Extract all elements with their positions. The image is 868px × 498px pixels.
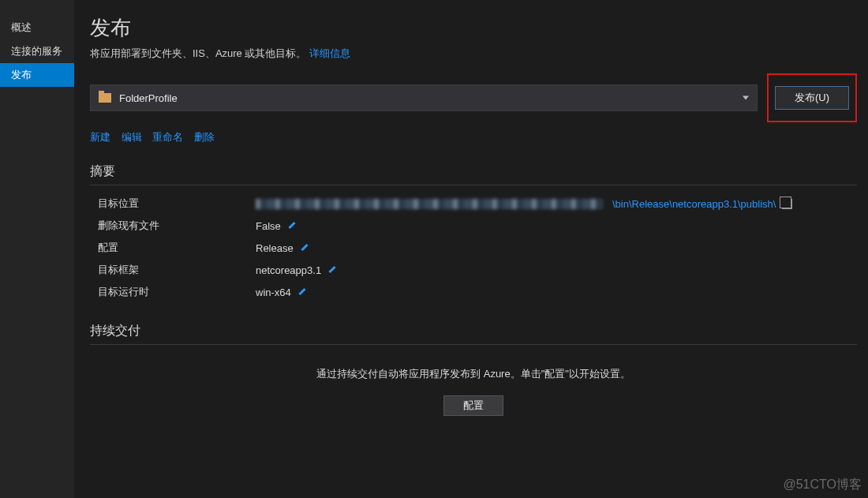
pencil-icon[interactable]	[287, 221, 297, 230]
main-panel: 发布 将应用部署到文件夹、IIS、Azure 或其他目标。 详细信息 Folde…	[74, 0, 868, 498]
configure-button[interactable]: 配置	[443, 395, 503, 416]
pencil-icon[interactable]	[327, 265, 337, 275]
summary-row-delete-existing: 删除现有文件 False	[98, 219, 857, 233]
continuous-delivery-heading: 持续交付	[90, 323, 857, 345]
profile-selected-label: FolderProfile	[119, 92, 178, 104]
profile-actions: 新建 编辑 重命名 删除	[90, 130, 857, 144]
copy-icon[interactable]	[782, 199, 792, 209]
summary-row-configuration: 配置 Release	[98, 241, 857, 255]
sidebar-item-overview[interactable]: 概述	[0, 16, 74, 39]
page-description: 将应用部署到文件夹、IIS、Azure 或其他目标。	[90, 47, 306, 59]
sidebar: 概述 连接的服务 发布	[0, 0, 74, 498]
publish-button[interactable]: 发布(U)	[775, 86, 849, 110]
continuous-delivery-description: 通过持续交付自动将应用程序发布到 Azure。单击"配置"以开始设置。	[90, 367, 857, 381]
edit-profile-link[interactable]: 编辑	[122, 131, 142, 143]
configuration-value: Release	[256, 242, 294, 254]
summary-row-target-runtime: 目标运行时 win-x64	[98, 285, 857, 299]
watermark: @51CTO博客	[783, 477, 862, 493]
summary-heading: 摘要	[90, 163, 857, 185]
summary-label: 目标运行时	[98, 285, 256, 299]
delete-existing-value: False	[256, 220, 281, 232]
redacted-path	[256, 199, 603, 209]
publish-highlight-box: 发布(U)	[767, 73, 857, 122]
delete-profile-link[interactable]: 删除	[194, 131, 215, 143]
pencil-icon[interactable]	[300, 243, 309, 253]
sidebar-item-connected-services[interactable]: 连接的服务	[0, 39, 74, 63]
sidebar-item-publish[interactable]: 发布	[0, 63, 74, 87]
summary-label: 目标位置	[98, 197, 256, 211]
chevron-down-icon	[743, 96, 749, 100]
target-framework-value: netcoreapp3.1	[256, 264, 321, 276]
pencil-icon[interactable]	[297, 287, 307, 297]
folder-icon	[99, 93, 111, 103]
summary-row-target-location: 目标位置 \bin\Release\netcoreapp3.1\publish\	[98, 197, 857, 211]
target-location-value[interactable]: \bin\Release\netcoreapp3.1\publish\	[612, 198, 776, 210]
summary-label: 配置	[98, 241, 256, 255]
rename-profile-link[interactable]: 重命名	[152, 131, 183, 143]
summary-label: 目标框架	[98, 263, 256, 277]
new-profile-link[interactable]: 新建	[90, 131, 110, 143]
summary-label: 删除现有文件	[98, 219, 256, 233]
summary-list: 目标位置 \bin\Release\netcoreapp3.1\publish\…	[90, 197, 857, 299]
details-link[interactable]: 详细信息	[309, 47, 350, 59]
profile-dropdown[interactable]: FolderProfile	[90, 84, 758, 111]
page-title: 发布	[90, 14, 857, 42]
target-runtime-value: win-x64	[256, 286, 291, 298]
summary-row-target-framework: 目标框架 netcoreapp3.1	[98, 263, 857, 277]
